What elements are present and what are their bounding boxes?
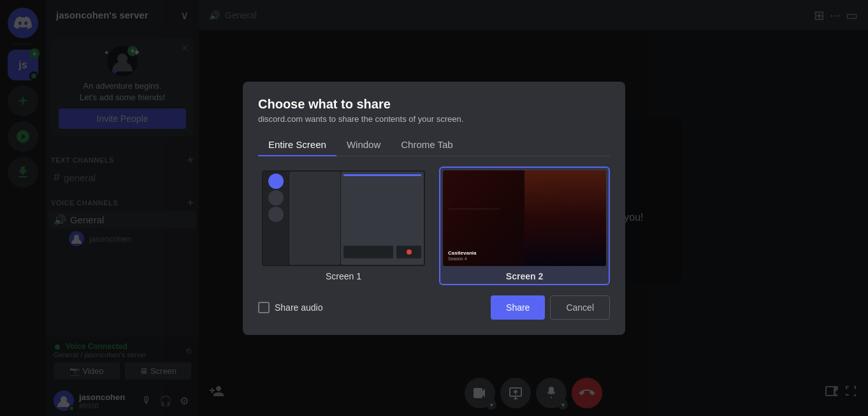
screen2-preview: Castlevania Season 4: [443, 170, 606, 266]
modal-subtitle: discord.com wants to share the contents …: [258, 114, 610, 124]
screen1-preview: [262, 170, 425, 266]
screen2-label: Screen 2: [506, 271, 543, 281]
share-audio-label[interactable]: Share audio: [258, 302, 323, 313]
cancel-button[interactable]: Cancel: [550, 295, 610, 320]
share-button[interactable]: Share: [491, 295, 545, 320]
share-audio-checkbox[interactable]: [258, 302, 270, 313]
tab-chrome-tab[interactable]: Chrome Tab: [391, 134, 463, 156]
screen1-label: Screen 1: [326, 271, 361, 281]
modal-tabs: Entire Screen Window Chrome Tab: [258, 134, 610, 156]
screen2-thumbnail[interactable]: Castlevania Season 4 Screen 2: [439, 167, 610, 285]
modal-action-buttons: Share Cancel: [491, 295, 610, 320]
tab-window[interactable]: Window: [336, 134, 391, 156]
share-screen-overlay: Choose what to share discord.com wants t…: [0, 0, 868, 416]
modal-footer: Share audio Share Cancel: [258, 295, 610, 320]
tab-entire-screen[interactable]: Entire Screen: [258, 134, 336, 156]
share-screen-modal: Choose what to share discord.com wants t…: [243, 82, 625, 335]
modal-title: Choose what to share: [258, 97, 610, 112]
screen1-thumbnail[interactable]: Screen 1: [258, 167, 429, 285]
screen-selection-grid: Screen 1 Castlevania Season 4 Screen 2: [258, 167, 610, 285]
